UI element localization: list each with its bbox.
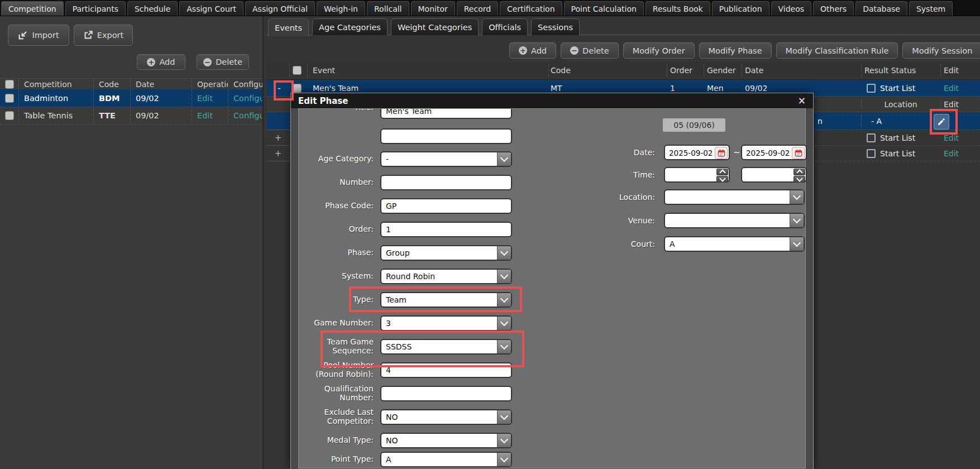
nav-tab-record[interactable]: Record	[457, 1, 498, 16]
left-delete-button[interactable]: − Delete	[197, 54, 249, 70]
nav-tab-participants[interactable]: Participants	[65, 1, 126, 16]
configure-link[interactable]: Configure	[233, 111, 262, 120]
nav-tab-monitor[interactable]: Monitor	[411, 1, 455, 16]
system-select[interactable]: Round Robin	[380, 269, 512, 284]
phase-edit-pencil-button[interactable]	[934, 114, 949, 130]
table-row-table-tennis[interactable]: Table Tennis TTE 09/02 Edit Configure	[0, 107, 262, 125]
phase-select[interactable]: Group	[380, 245, 512, 261]
import-button[interactable]: Import	[8, 25, 69, 46]
location-select[interactable]	[664, 189, 805, 205]
dialog-titlebar[interactable]: Edit Phase ×	[291, 93, 813, 108]
nav-tab-publication[interactable]: Publication	[712, 1, 769, 16]
start-list-checkbox[interactable]	[867, 84, 876, 93]
game-number-select[interactable]: 3	[380, 315, 512, 331]
add-button[interactable]: + Add	[509, 42, 556, 59]
event-edit-link[interactable]: Edit	[944, 133, 959, 142]
spinner-up-icon[interactable]	[716, 169, 728, 175]
chevron-down-icon[interactable]	[497, 434, 511, 447]
tab-events[interactable]: Events	[268, 18, 309, 36]
time-from-field[interactable]	[664, 167, 730, 183]
nav-tab-results-book[interactable]: Results Book	[646, 1, 710, 16]
expand-row-button[interactable]: +	[267, 130, 289, 146]
tab-weight-categories[interactable]: Weight Categories	[391, 18, 479, 35]
select-all-events-checkbox[interactable]	[293, 66, 302, 75]
tab-sessions[interactable]: Sessions	[531, 18, 580, 35]
edit-link[interactable]: Edit	[197, 94, 213, 103]
spinner-down-icon[interactable]	[716, 176, 728, 183]
medal-type-select[interactable]: NO	[380, 433, 512, 448]
left-add-button[interactable]: + Add	[137, 54, 185, 70]
title-input[interactable]	[380, 109, 512, 119]
nav-tab-schedule[interactable]: Schedule	[127, 1, 178, 16]
modify-order-button[interactable]: Modify Order	[623, 42, 695, 59]
nav-tab-database[interactable]: Database	[855, 1, 907, 16]
phase-code-input[interactable]	[380, 198, 512, 214]
chevron-down-icon[interactable]	[497, 270, 511, 283]
event-row-checkbox[interactable]	[293, 84, 302, 93]
team-game-sequence-select[interactable]: SSDSS	[380, 339, 512, 355]
start-list-checkbox[interactable]	[867, 133, 876, 142]
number-input[interactable]	[380, 175, 512, 190]
nav-tab-rollcall[interactable]: Rollcall	[367, 1, 409, 16]
age-category-select[interactable]: -	[380, 151, 512, 167]
type-select[interactable]: Team	[380, 292, 512, 308]
chevron-down-icon[interactable]	[790, 190, 804, 204]
qualification-number-input[interactable]	[380, 386, 512, 401]
nav-tab-weigh-in[interactable]: Weigh-in	[317, 1, 365, 16]
expand-row-button[interactable]: +	[267, 146, 289, 161]
date-to-field[interactable]: 2025-09-02	[741, 145, 807, 160]
modify-session-button[interactable]: Modify Session	[902, 42, 980, 59]
nav-tab-assign-court[interactable]: Assign Court	[179, 1, 243, 16]
chevron-down-icon[interactable]	[790, 237, 804, 251]
modify-phase-button[interactable]: Modify Phase	[699, 42, 772, 59]
subtitle-input[interactable]	[380, 128, 512, 144]
pool-number-input[interactable]	[380, 362, 512, 378]
nav-tab-system[interactable]: System	[909, 1, 953, 16]
chevron-down-icon[interactable]	[790, 214, 804, 227]
edit-link[interactable]: Edit	[197, 111, 213, 120]
row-checkbox[interactable]	[5, 94, 14, 103]
court-label: Court:	[588, 240, 655, 248]
chevron-down-icon[interactable]	[497, 152, 511, 166]
point-type-select[interactable]: A	[380, 452, 512, 467]
chevron-down-icon[interactable]	[497, 453, 511, 466]
court-select[interactable]: A	[664, 236, 805, 252]
order-input[interactable]	[380, 222, 512, 237]
tab-age-categories[interactable]: Age Categories	[312, 18, 388, 35]
title-field-label: Title:	[302, 109, 374, 112]
calendar-icon[interactable]	[792, 147, 805, 159]
row-checkbox[interactable]	[5, 111, 14, 120]
collapse-expander-icon[interactable]: -	[274, 83, 285, 94]
nav-tab-certification[interactable]: Certification	[500, 1, 562, 16]
start-list-checkbox[interactable]	[867, 149, 876, 158]
close-icon[interactable]: ×	[798, 96, 806, 106]
event-edit-link[interactable]: Edit	[944, 149, 959, 158]
configure-link[interactable]: Configure	[233, 94, 262, 103]
chevron-down-icon[interactable]	[497, 340, 511, 353]
pool-number-label: Pool Number (Round Robin):	[302, 361, 374, 379]
tab-officials[interactable]: Officials	[482, 18, 528, 35]
nav-tab-others[interactable]: Others	[813, 1, 854, 16]
chevron-down-icon[interactable]	[497, 246, 511, 260]
delete-button[interactable]: − Delete	[561, 42, 619, 59]
chevron-down-icon[interactable]	[497, 410, 511, 424]
event-edit-link[interactable]: Edit	[944, 84, 959, 93]
modify-classification-rule-button[interactable]: Modify Classification Rule	[776, 42, 898, 59]
nav-tab-videos[interactable]: Videos	[771, 1, 812, 16]
spinner-down-icon[interactable]	[793, 176, 805, 183]
nav-tab-competition[interactable]: Competition	[1, 1, 64, 16]
chevron-down-icon[interactable]	[497, 293, 511, 307]
exclude-last-competitor-select[interactable]: NO	[380, 409, 512, 425]
chevron-down-icon[interactable]	[497, 317, 511, 330]
select-all-checkbox[interactable]	[5, 80, 14, 89]
calendar-icon[interactable]	[715, 147, 728, 159]
table-row-badminton[interactable]: Badminton BDM 09/02 Edit Configure	[0, 89, 262, 107]
export-button[interactable]: Export	[74, 25, 133, 46]
import-label: Import	[32, 31, 59, 40]
time-to-field[interactable]	[741, 167, 807, 183]
date-from-field[interactable]: 2025-09-02	[664, 145, 730, 160]
nav-tab-point-calculation[interactable]: Point Calculation	[564, 1, 644, 16]
spinner-up-icon[interactable]	[793, 169, 805, 175]
venue-select[interactable]	[664, 213, 805, 228]
nav-tab-assign-official[interactable]: Assign Official	[245, 1, 315, 16]
